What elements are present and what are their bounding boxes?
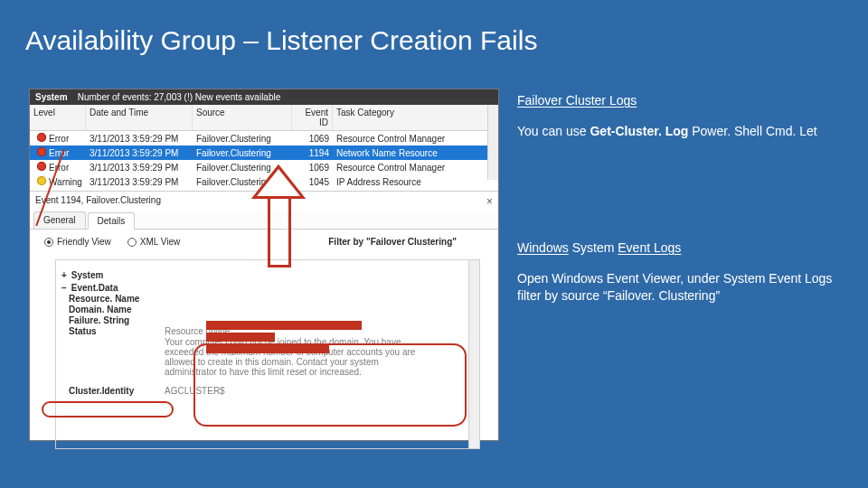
xml-label: XML View xyxy=(140,237,180,247)
note2-h-b: System xyxy=(569,240,618,255)
section-system[interactable]: + System xyxy=(60,270,467,280)
radio-on-icon xyxy=(44,238,53,247)
key-status: Status xyxy=(69,326,159,336)
friendly-label: Friendly View xyxy=(57,237,111,247)
val-cluster: AGCLUSTER$ xyxy=(165,386,225,396)
val-failure xyxy=(165,315,167,325)
system-header: System Number of events: 27,003 (!) New … xyxy=(30,89,498,105)
key-spacer xyxy=(69,337,159,377)
system-section-label: System xyxy=(71,270,104,280)
val-domain xyxy=(165,305,167,314)
key-resource: Resource. Name xyxy=(69,294,159,304)
col-category[interactable]: Task Category xyxy=(333,105,498,130)
slide-title: Availability Group – Listener Creation F… xyxy=(25,25,537,56)
table-row[interactable]: Error3/11/2013 3:59:29 PMFailover.Cluste… xyxy=(30,160,498,174)
eventdata-section-label: Event.Data xyxy=(71,283,118,293)
table-row[interactable]: Error3/11/2013 3:59:28 PMFailover.Cluste… xyxy=(30,189,498,191)
note-heading-1: Failover Cluster Logs xyxy=(517,92,843,110)
tab-general[interactable]: General xyxy=(33,211,86,229)
tabs: General Details xyxy=(30,211,498,230)
val-resource xyxy=(165,294,167,304)
filter-label: Filter by "Failover Clustering" xyxy=(328,237,457,247)
grid-header: Level Date and Time Source Event ID Task… xyxy=(30,105,498,131)
event-viewer-screenshot: System Number of events: 27,003 (!) New … xyxy=(29,89,499,441)
failure-message: Your computer could not be joined to the… xyxy=(165,337,427,377)
tab-details[interactable]: Details xyxy=(88,212,136,230)
note2-h-c: Event Logs xyxy=(618,240,681,255)
radio-xml[interactable]: XML View xyxy=(127,237,180,247)
event-caption-text: Event 1194, Failover.Clustering xyxy=(35,195,161,208)
radio-off-icon xyxy=(127,238,137,247)
note-body-1: You can use Get-Cluster. Log Power. Shel… xyxy=(517,123,843,141)
key-cluster: Cluster.Identity xyxy=(69,386,159,396)
system-label: System xyxy=(35,92,68,102)
close-icon[interactable]: × xyxy=(486,195,493,208)
col-source[interactable]: Source xyxy=(193,105,292,130)
key-domain: Domain. Name xyxy=(69,305,159,314)
notes-panel: Failover Cluster Logs You can use Get-Cl… xyxy=(517,92,843,351)
key-failure: Failure. String xyxy=(69,315,159,325)
scrollbar[interactable] xyxy=(487,106,498,180)
note1-part-a: You can use xyxy=(517,124,590,138)
note-heading-2: Windows System Event Logs xyxy=(517,239,843,258)
note-body-2: Open Windows Event Viewer, under System … xyxy=(517,270,843,305)
event-rows: Error3/11/2013 3:59:29 PMFailover.Cluste… xyxy=(30,131,498,191)
table-row[interactable]: Error3/11/2013 3:59:29 PMFailover.Cluste… xyxy=(30,145,498,160)
event-caption: Event 1194, Failover.Clustering × xyxy=(30,191,498,211)
view-select-row: Friendly View XML View Filter by "Failov… xyxy=(30,230,498,254)
col-level[interactable]: Level xyxy=(30,105,86,130)
radio-friendly[interactable]: Friendly View xyxy=(44,237,111,247)
detail-scrollbar[interactable] xyxy=(468,260,479,448)
val-status: Resource online xyxy=(165,326,230,336)
details-pane: + System − Event.Data Resource. Name Dom… xyxy=(55,259,480,449)
table-row[interactable]: Error3/11/2013 3:59:29 PMFailover.Cluste… xyxy=(30,131,498,145)
col-date[interactable]: Date and Time xyxy=(86,105,193,130)
note1-bold: Get-Cluster. Log xyxy=(590,124,688,138)
section-eventdata[interactable]: − Event.Data xyxy=(60,283,467,293)
note1-part-c: Power. Shell Cmd. Let xyxy=(688,124,816,138)
table-row[interactable]: Warning3/11/2013 3:59:29 PMFailover.Clus… xyxy=(30,174,498,189)
note2-h-a: Windows xyxy=(517,240,569,255)
col-eventid[interactable]: Event ID xyxy=(292,105,333,130)
event-count: Number of events: 27,003 (!) New events … xyxy=(78,92,281,102)
